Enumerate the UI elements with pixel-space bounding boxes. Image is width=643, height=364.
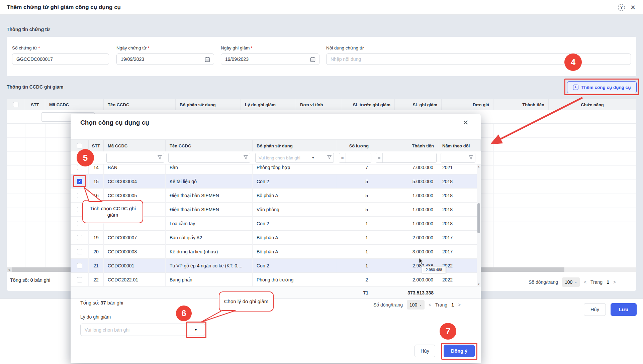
filter-bo-phan[interactable]: Vui lòng chọn bản ghi ▼ [255,153,334,163]
cell-amount: 7.000.000 [373,164,438,174]
cell-dept: Bộ phận A [253,231,336,245]
modal-column-header: Mã CCDC [104,140,166,152]
scroll-left-icon[interactable]: < [7,267,12,272]
field-label-ngay-chung-tu: Ngày chứng từ* [116,45,214,50]
ngay-chung-tu-input[interactable] [121,56,210,62]
filter-ten-ccdc[interactable] [168,153,250,163]
modal-filter-row: Vui lòng chọn bản ghi ▼ = = [71,151,481,164]
bg-pagination: Số dòng/trang 100 ⌄ < Trang 1 > [529,277,616,287]
callout-select-ccdc: Tích chọn CCDC ghi giảm [82,200,143,223]
highlight-box-checkbox [73,175,86,187]
cell-stt: 21 [89,259,104,273]
page-save-button[interactable]: Lưu [611,303,637,316]
chevron-down-icon: ⌄ [419,303,422,307]
scroll-up-icon[interactable]: ▲ [477,165,481,168]
select-all-checkbox[interactable] [77,143,82,148]
cell-amount: 5.000.000 [373,174,438,189]
prev-page-icon[interactable]: < [429,302,431,308]
filter-ma-ccdc[interactable] [106,153,164,163]
next-page-icon[interactable]: > [458,302,461,308]
filter-thanh-tien[interactable]: = [376,153,437,163]
row-checkbox[interactable] [77,277,82,282]
page-label: Trang [435,302,447,308]
bg-total-records: Tổng số: 0 bản ghi [10,277,50,283]
scroll-down-icon[interactable]: ▼ [477,283,481,286]
cell-code: CCDC000008 [104,245,166,259]
funnel-icon[interactable] [469,155,473,161]
modal-title: Chọn công cụ dụng cụ [80,119,149,126]
cell-stt: 22 [89,273,104,287]
bg-table-header: STTMã CCDCTên CCDCBộ phận sử dụngLý do g… [7,99,636,110]
modal-column-header: Bộ phận sử dụng [253,140,336,152]
bg-column-header: Tên CCDC [104,99,176,110]
step-6-badge: 6 [176,306,192,321]
cell-amount: 1.000.000 [373,189,438,203]
equals-operator[interactable]: = [376,153,383,162]
cell-amount: 2.000.000 [373,231,438,245]
highlight-box-add-button [564,79,639,95]
section-title-ccdc: Thông tin CCDC ghi giảm [7,84,64,90]
funnel-icon[interactable] [327,155,332,161]
filter-nam-theo-doi[interactable] [441,153,475,163]
cell-name: Bàn [166,164,253,174]
close-icon[interactable]: ✕ [630,4,636,11]
row-checkbox[interactable] [77,249,82,254]
document-form-card: Số chứng từ* Ngày chứng từ* [7,37,636,76]
modal-summary-row: 71 373.513.338 [71,287,481,299]
modal-table-row[interactable]: 19CCDC000007Bàn cắt giấy A2Bộ phận A12.0… [71,231,481,245]
cell-year: 2018 [438,189,481,203]
row-checkbox[interactable] [77,207,82,212]
calendar-icon[interactable] [310,56,316,64]
ngay-ghi-giam-input[interactable] [225,56,315,62]
summary-qty: 71 [336,287,373,299]
required-mark: * [148,45,149,50]
cell-name: Loa cầm tay [166,217,253,231]
row-checkbox[interactable] [77,235,82,240]
cell-qty: 1 [336,217,373,231]
equals-operator[interactable]: = [339,153,346,162]
vertical-scrollbar[interactable]: ▲ ▼ [477,164,481,287]
funnel-icon[interactable] [244,155,248,161]
step-4-badge: 4 [564,53,582,71]
row-checkbox-cell [71,245,89,259]
help-icon[interactable]: ? [618,4,625,11]
calendar-icon[interactable] [204,56,210,64]
bg-column-header: Đơn vị tính [296,99,341,110]
cell-year: 2017 [438,245,481,259]
modal-table-row[interactable]: ✓15CCDC000004Kệ tài liệu gỗCon 255.000.0… [71,174,481,189]
cell-name: Kệ tài liệu gỗ [166,174,253,189]
bg-column-header: Bộ phận sử dụng [176,99,241,110]
modal-column-header: Tên CCDC [166,140,253,152]
modal-pagination: Số dòng/trang 100 ⌄ < Trang 1 > [373,300,461,310]
vertical-scrollbar-thumb[interactable] [477,203,480,233]
filter-so-luong[interactable]: = [339,153,371,163]
row-checkbox-cell [71,273,89,287]
prev-page-icon[interactable]: < [584,279,586,285]
funnel-icon[interactable] [158,155,162,161]
section-title-document: Thông tin chứng từ [7,27,50,32]
cell-year: 2022 [438,273,481,287]
cell-dept: Bộ phận A [253,189,336,203]
next-page-icon[interactable]: > [613,279,616,285]
modal-cancel-button[interactable]: Hủy [415,345,435,357]
modal-table-row[interactable]: 14BÀNBànPhòng tổng hợp77.000.0002021 [71,164,481,174]
row-checkbox[interactable] [77,221,82,226]
cell-qty: 7 [336,164,373,174]
cell-qty: 1 [336,259,373,273]
rows-per-page-label: Số dòng/trang [529,279,558,285]
rows-per-page-select[interactable]: 100 ⌄ [562,277,580,287]
so-chung-tu-input[interactable] [16,56,105,62]
modal-table-row[interactable]: 20CCDC000008Kệ đựng tài liệu (nhựa)Bộ ph… [71,245,481,259]
page-label: Trang [590,279,603,285]
row-checkbox[interactable] [77,193,82,198]
noi-dung-input[interactable] [331,56,627,62]
modal-table-row[interactable]: 22CCDC2022.01Bảng phấnPhòng thủ trưởng22… [71,273,481,287]
rows-per-page-select[interactable]: 100 ⌄ [407,300,425,310]
page-cancel-button[interactable]: Hủy [584,303,606,316]
cell-stt: 15 [89,174,104,189]
caret-down-icon[interactable]: ▼ [312,156,316,159]
select-all-checkbox[interactable] [13,102,18,107]
row-checkbox[interactable] [77,263,82,268]
modal-column-header: STT [89,140,104,152]
modal-close-icon[interactable]: ✕ [463,119,469,126]
